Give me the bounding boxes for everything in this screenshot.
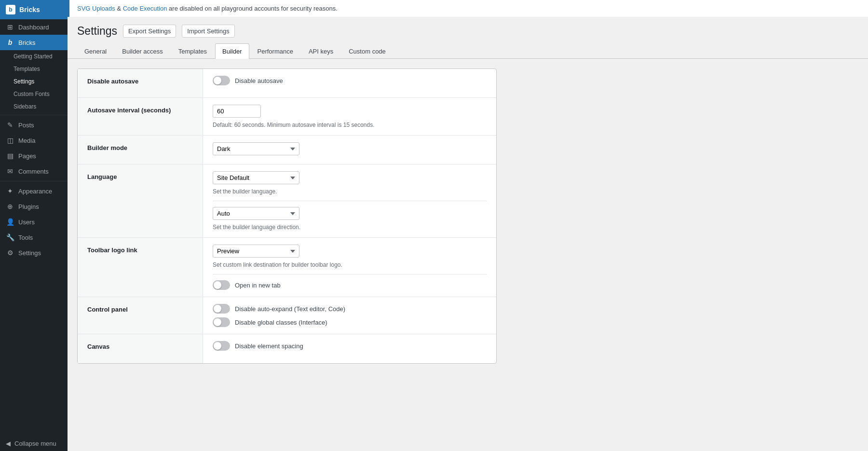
collapse-menu-button[interactable]: ◀ Collapse menu [0,436,68,451]
language-direction-hint: Set the builder language direction. [213,224,487,231]
comments-icon: ✉ [6,167,14,175]
builder-mode-select[interactable]: Dark Light Auto [213,142,299,155]
language-direction-select[interactable]: Auto LTR RTL [213,207,299,220]
sidebar-item-label: Bricks [18,39,35,46]
toggle-disable-element-spacing[interactable] [213,341,230,351]
tab-templates[interactable]: Templates [171,43,214,59]
logo-icon: b [6,5,15,14]
toggle-disable-global-classes[interactable] [213,317,230,327]
sidebar-item-label: Media [18,137,35,144]
sidebar-item-appearance[interactable]: ✦ Appearance [0,183,68,199]
sidebar-subitem-settings[interactable]: Settings [0,75,68,88]
svg-uploads-link[interactable]: SVG Uploads [77,5,115,12]
sidebar-item-pages[interactable]: ▤ Pages [0,148,68,164]
sidebar-item-label: Pages [18,152,36,160]
autosave-hint: Default: 60 seconds. Minimum autosave in… [213,122,487,128]
sidebar-item-label: Comments [18,168,49,175]
sidebar-subitem-custom-fonts[interactable]: Custom Fonts [0,88,68,100]
label-disable-autosave: Disable autosave [78,69,203,97]
language-hint: Set the builder language. [213,188,487,195]
posts-icon: ✎ [6,121,14,129]
bricks-icon: b [6,39,14,46]
dashboard-icon: ⊞ [6,23,14,31]
tools-icon: 🔧 [6,233,14,241]
sidebar-item-label: Posts [18,122,34,129]
sidebar-item-bricks[interactable]: b Bricks [0,35,68,50]
toggle-disable-autosave[interactable] [213,76,230,85]
import-settings-button[interactable]: Import Settings [182,25,234,38]
appearance-icon: ✦ [6,187,14,195]
sidebar-item-media[interactable]: ◫ Media [0,133,68,148]
sidebar-item-label: Users [18,219,35,226]
row-toolbar-logo-link: Toolbar logo link Preview Dashboard Cust… [78,238,496,297]
sidebar-subitem-templates[interactable]: Templates [0,63,68,75]
collapse-icon: ◀ [6,440,11,447]
label-language: Language [78,164,203,237]
sidebar-item-posts[interactable]: ✎ Posts [0,117,68,133]
language-select[interactable]: Site Default English German French [213,171,299,184]
content-area: Disable autosave Disable autosave Autosa… [68,59,868,451]
sidebar-item-plugins[interactable]: ⊕ Plugins [0,199,68,214]
toolbar-logo-hint: Set custom link destination for builder … [213,261,487,268]
row-autosave-interval: Autosave interval (seconds) Default: 60 … [78,98,496,136]
notice-bar: SVG Uploads & Code Execution are disable… [68,0,868,17]
sidebar-item-comments[interactable]: ✉ Comments [0,164,68,179]
row-canvas: Canvas Disable element spacing [78,334,496,363]
toggle-row-new-tab: Open in new tab [213,280,487,290]
autosave-interval-input[interactable] [213,105,261,118]
code-execution-link[interactable]: Code Execution [123,5,167,12]
tab-general[interactable]: General [77,43,114,59]
label-control-panel: Control panel [78,297,203,334]
toggle-label-element-spacing: Disable element spacing [235,342,303,350]
toggle-disable-auto-expand[interactable] [213,304,230,314]
sidebar-subitem-sidebars[interactable]: Sidebars [0,100,68,113]
value-builder-mode: Dark Light Auto [203,136,496,164]
value-language: Site Default English German French Set t… [203,164,496,237]
tab-builder[interactable]: Builder [215,43,249,59]
toggle-label-new-tab: Open in new tab [235,282,281,289]
toggle-label-auto-expand: Disable auto-expand (Text editor, Code) [235,305,345,313]
toggle-label-global-classes: Disable global classes (Interface) [235,319,327,326]
toggle-row-global-classes: Disable global classes (Interface) [213,317,487,327]
export-settings-button[interactable]: Export Settings [123,25,176,38]
value-canvas: Disable element spacing [203,334,496,363]
tab-performance[interactable]: Performance [250,43,300,59]
sidebar-item-label: Settings [18,249,41,257]
label-autosave-interval: Autosave interval (seconds) [78,98,203,135]
settings-tabs: General Builder access Templates Builder… [68,43,868,59]
notice-text: are disabled on all playground accounts … [169,5,338,12]
row-control-panel: Control panel Disable auto-expand (Text … [78,297,496,334]
sidebar-item-label: Appearance [18,188,52,195]
sidebar-item-dashboard[interactable]: ⊞ Dashboard [0,19,68,35]
tab-custom-code[interactable]: Custom code [341,43,393,59]
value-toolbar-logo-link: Preview Dashboard Custom Set custom link… [203,238,496,297]
toggle-row-auto-expand: Disable auto-expand (Text editor, Code) [213,304,487,314]
sidebar-item-users[interactable]: 👤 Users [0,214,68,230]
toolbar-logo-select[interactable]: Preview Dashboard Custom [213,245,299,258]
pages-icon: ▤ [6,152,14,160]
toolbar-divider [213,274,487,274]
sidebar-divider-2 [0,181,68,181]
tab-api-keys[interactable]: API keys [301,43,340,59]
bricks-logo[interactable]: b Bricks [0,0,68,19]
toggle-open-new-tab[interactable] [213,280,230,290]
sidebar: b Bricks ⊞ Dashboard b Bricks Getting St… [0,0,68,451]
sidebar-item-tools[interactable]: 🔧 Tools [0,230,68,245]
media-icon: ◫ [6,137,14,144]
settings-icon: ⚙ [6,249,14,257]
value-autosave-interval: Default: 60 seconds. Minimum autosave in… [203,98,496,135]
notice-connector: & [117,5,122,12]
toggle-row-autosave: Disable autosave [213,76,487,85]
sidebar-item-label: Plugins [18,203,39,210]
settings-card: Disable autosave Disable autosave Autosa… [77,68,497,364]
plugins-icon: ⊕ [6,203,14,210]
toggle-label-autosave: Disable autosave [235,77,283,84]
sidebar-item-label: Tools [18,234,33,241]
toggle-row-element-spacing: Disable element spacing [213,341,487,351]
page-header: Settings Export Settings Import Settings [68,17,868,43]
sidebar-item-settings[interactable]: ⚙ Settings [0,245,68,260]
sidebar-item-label: Dashboard [18,24,49,31]
sidebar-subitem-getting-started[interactable]: Getting Started [0,50,68,63]
tab-builder-access[interactable]: Builder access [115,43,170,59]
sidebar-divider-1 [0,115,68,115]
